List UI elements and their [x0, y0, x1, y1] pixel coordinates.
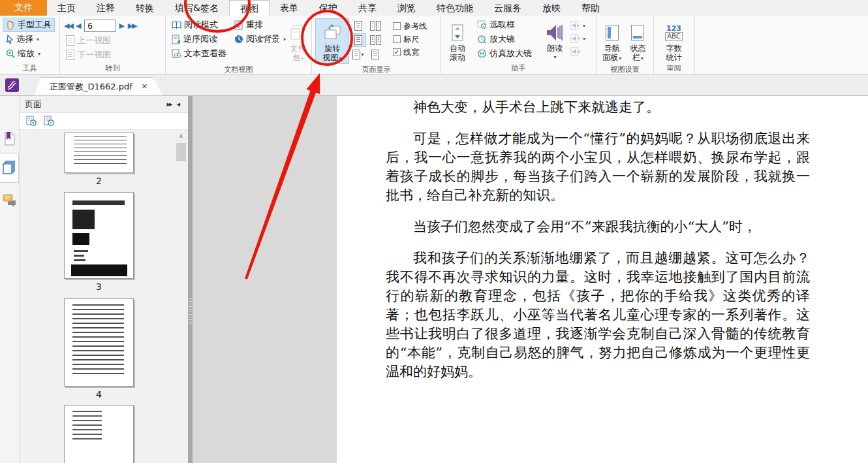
next-page-button[interactable]: ▶ [119, 22, 124, 30]
thumbnail-page-4[interactable] [64, 298, 134, 387]
tab-cloud[interactable]: 云服务 [484, 0, 532, 16]
marquee-button[interactable]: 选取框 [474, 18, 539, 32]
group-label-goto: 转到 [63, 63, 163, 74]
auto-scroll-button[interactable]: 自动 滚动 [444, 18, 471, 63]
separate-cover-button[interactable] [367, 48, 383, 61]
hand-tool-button[interactable]: 手型工具 [3, 18, 55, 32]
main-area: 页面 ▸▸ ◂ 2 3 4 5 ∧ [0, 96, 868, 463]
read-volume-button[interactable]: ▾ [570, 32, 585, 45]
scroll-up-icon[interactable]: ∧ [176, 130, 187, 141]
reverse-read-button[interactable]: 逆序阅读 [168, 32, 231, 46]
thumbnail-page-5[interactable] [64, 405, 134, 463]
document-tab-bar: 正面管教_D1662.pdf ✕ [0, 74, 868, 96]
guides-checkbox[interactable]: 参考线 [393, 20, 427, 33]
panel-expand-icon[interactable]: ▸▸ [164, 100, 174, 108]
status-bar-icon [631, 25, 644, 40]
ruler-checkbox-box [393, 35, 401, 43]
bookmark-icon [4, 132, 16, 146]
continuous-page-button[interactable] [350, 33, 366, 47]
rotate-view-button[interactable]: 旋转 视图▾ [315, 18, 349, 64]
loupe-button[interactable]: 仿真放大镜 [474, 46, 539, 61]
document-tab[interactable]: 正面管教_D1662.pdf ✕ [34, 77, 163, 96]
pdf-page[interactable]: 神色大变，从手术台上跳下来就逃走了。 可是，怎样做才能成为一个“懂行”的妈妈呢？… [337, 96, 868, 463]
tab-browse[interactable]: 浏览 [387, 0, 426, 16]
single-page-button[interactable] [350, 19, 366, 33]
group-label-assistant: 助手 [444, 63, 593, 74]
magnifier-icon [6, 49, 15, 58]
text-viewer-icon [172, 49, 181, 59]
first-page-button[interactable]: ◀◀ [64, 22, 72, 30]
status-bar-button[interactable]: 状态 栏▾ [626, 18, 651, 64]
magnifier-clock-icon [477, 35, 487, 44]
tab-fill-sign[interactable]: 填写&签名 [164, 0, 229, 16]
text-viewer-button[interactable]: 文本查看器 [168, 46, 231, 61]
word-count-button[interactable]: 123 ABC 字数 统计 [659, 18, 689, 63]
tab-slideshow[interactable]: 放映 [532, 0, 571, 16]
page-number-input[interactable] [84, 20, 116, 32]
app-window: 文件 主页 注释 转换 填写&签名 视图 表单 保护 共享 浏览 特色功能 云服… [0, 0, 868, 463]
group-label-page-display: 页面显示 [315, 65, 438, 74]
bookmarks-panel-button[interactable] [0, 129, 19, 148]
next-view-icon [66, 50, 74, 60]
panel-collapse-icon[interactable]: ◂ [174, 100, 183, 108]
tab-form[interactable]: 表单 [270, 0, 309, 16]
paragraph: 可是，怎样做才能成为一个“懂行”的妈妈呢？从职场彻底退出来后，我一心一意抚养我的… [386, 129, 810, 205]
ribbon: 手型工具 选择 ▾ 缩放 ▾ 工具 ◀◀ ◀ [0, 16, 868, 74]
tab-help[interactable]: 帮助 [571, 0, 610, 16]
paragraph: 当孩子们忽然变成了会用“不”来跟我抗衡的小“大人”时， [386, 217, 810, 236]
tab-share[interactable]: 共享 [348, 0, 387, 16]
thumbnail-page-4-number: 4 [64, 389, 134, 400]
facing-pages-icon [370, 21, 381, 31]
thumbnail-scrollbar[interactable]: ∧ [176, 130, 187, 463]
scrollbar-thumb[interactable] [176, 143, 186, 161]
group-document-view: 阅读模式 逆序阅读 文本查看器 重排 [166, 16, 312, 74]
panel-splitter-handle[interactable] [188, 96, 193, 463]
portfolio-button[interactable]: 文件 包▾ [288, 18, 308, 64]
pages-panel: 页面 ▸▸ ◂ 2 3 4 5 ∧ [20, 96, 188, 463]
reflow-button[interactable]: 重排 [231, 18, 287, 32]
document-tab-title: 正面管教_D1662.pdf [50, 81, 132, 93]
facing-pages-button[interactable] [367, 19, 383, 33]
read-mode-button[interactable]: 阅读模式 [168, 18, 231, 32]
tab-convert[interactable]: 转换 [125, 0, 164, 16]
navigation-icon-strip [0, 96, 20, 463]
next-view-button[interactable]: 下一视图 [63, 48, 163, 62]
mini-speaker-pause-icon [570, 47, 581, 56]
tab-protect[interactable]: 保护 [309, 0, 348, 16]
previous-view-button[interactable]: 上一视图 [63, 33, 163, 48]
continuous-page-icon [354, 35, 362, 45]
magnifier-assistant-button[interactable]: 放大镜 [474, 32, 539, 46]
zoom-tool-button[interactable]: 缩放 ▾ [3, 46, 55, 61]
tab-home[interactable]: 主页 [47, 0, 86, 16]
marquee-icon [477, 20, 487, 29]
read-rate-button[interactable]: ▾ [570, 19, 585, 32]
ruler-checkbox[interactable]: 标尺 [393, 33, 427, 46]
speaker-icon [545, 22, 565, 44]
tab-comment[interactable]: 注释 [86, 0, 125, 16]
comments-panel-button[interactable] [0, 191, 19, 210]
thumbnail-page-2[interactable] [64, 133, 134, 173]
read-aloud-button[interactable]: 朗读 ▾ [540, 18, 570, 63]
auto-scroll-icon [451, 22, 464, 44]
thumbnail-toolbar [20, 113, 188, 130]
continuous-facing-icon [370, 35, 381, 45]
pages-panel-button[interactable] [0, 153, 19, 183]
guides-checkbox-box [393, 22, 401, 30]
tab-view[interactable]: 视图 [229, 0, 270, 16]
reading-background-button[interactable]: 阅读背景 ▾ [231, 32, 287, 46]
prev-page-button[interactable]: ◀ [76, 22, 81, 30]
close-tab-icon[interactable]: ✕ [142, 82, 147, 91]
shrink-thumbnails-button[interactable] [44, 116, 55, 127]
split-view-icon [352, 50, 360, 59]
tab-file[interactable]: 文件 [0, 0, 47, 16]
line-weight-checkbox[interactable]: ✓ 线宽 [393, 46, 427, 59]
split-view-button[interactable]: ▾ [350, 48, 366, 61]
continuous-facing-button[interactable] [367, 33, 383, 47]
read-pause-button[interactable] [570, 45, 585, 58]
last-page-button[interactable]: ▶▶ [128, 22, 136, 30]
select-tool-button[interactable]: 选择 ▾ [3, 32, 55, 46]
enlarge-thumbnails-button[interactable] [26, 116, 37, 127]
thumbnail-page-3[interactable] [64, 192, 134, 279]
tab-features[interactable]: 特色功能 [426, 0, 484, 16]
navigation-panel-button[interactable]: 导航 面板▾ [600, 18, 625, 64]
